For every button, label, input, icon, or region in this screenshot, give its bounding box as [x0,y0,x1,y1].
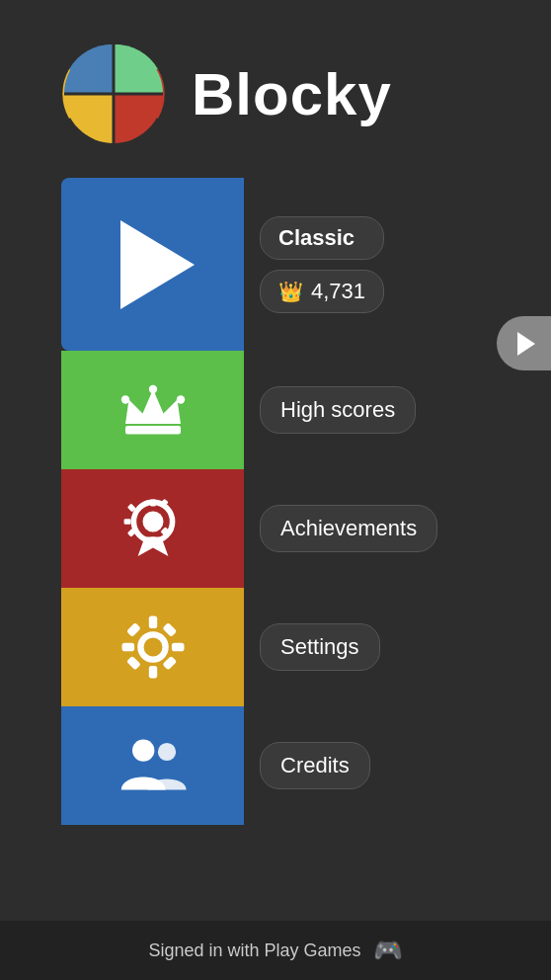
svg-rect-34 [162,656,177,671]
play-labels: Classic 👑 4,731 [260,216,384,313]
play-score: 4,731 [311,279,365,304]
svg-rect-28 [148,666,156,679]
svg-point-35 [132,739,154,761]
settings-icon-box [61,588,244,706]
arrow-right-icon [517,332,535,356]
svg-point-15 [176,395,184,403]
header: Blocky [0,0,551,178]
play-icon [120,220,195,309]
svg-rect-20 [150,536,156,543]
svg-point-36 [157,743,175,761]
highscores-icon-box [61,351,244,469]
svg-point-17 [142,512,163,532]
crown-score-icon: 👑 [278,280,303,303]
gamepad-icon: 🎮 [373,937,403,964]
svg-point-13 [120,395,128,403]
menu-item-achievements[interactable]: Achievements [61,469,427,588]
footer: Signed in with Play Games 🎮 [0,921,551,980]
app-logo [59,40,168,148]
crown-icon [118,375,188,445]
achievements-label[interactable]: Achievements [260,505,437,552]
credits-label[interactable]: Credits [260,742,370,789]
svg-rect-33 [125,656,140,671]
svg-rect-21 [123,519,130,525]
highscores-label[interactable]: High scores [260,386,416,434]
credits-icon [118,731,188,800]
achievements-icon-box [61,469,244,588]
svg-rect-31 [125,622,140,637]
app-title: Blocky [192,60,392,128]
achievement-icon [118,494,188,563]
play-item[interactable]: Classic 👑 4,731 [61,178,427,351]
play-icon-box [61,178,244,351]
settings-label[interactable]: Settings [260,623,380,671]
score-badge: 👑 4,731 [260,270,384,313]
settings-icon [118,612,188,682]
svg-rect-27 [148,616,156,629]
svg-rect-30 [171,643,184,651]
svg-rect-12 [125,426,181,434]
next-arrow-button[interactable] [497,316,551,370]
menu-container: Classic 👑 4,731 High scores [61,178,551,825]
credits-icon-box [61,706,244,825]
signin-text: Signed in with Play Games [148,940,360,961]
menu-item-settings[interactable]: Settings [61,588,427,706]
menu-item-credits[interactable]: Credits [61,706,427,825]
svg-point-26 [140,634,165,659]
classic-label[interactable]: Classic [260,216,384,260]
svg-rect-29 [121,643,134,651]
svg-rect-19 [150,500,156,507]
svg-rect-32 [162,622,177,637]
svg-point-14 [148,385,156,393]
menu-item-highscores[interactable]: High scores [61,351,427,469]
